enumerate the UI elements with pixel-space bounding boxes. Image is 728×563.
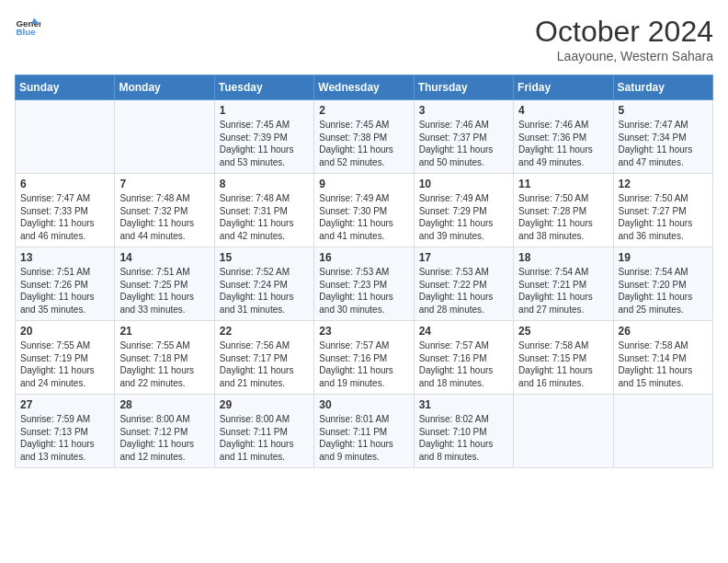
calendar-cell: 9Sunrise: 7:49 AM Sunset: 7:30 PM Daylig… [314,174,414,247]
day-detail-text: Sunrise: 8:00 AM Sunset: 7:12 PM Dayligh… [119,413,209,463]
day-detail-text: Sunrise: 7:54 AM Sunset: 7:20 PM Dayligh… [619,266,708,316]
day-number: 30 [319,398,408,411]
calendar-cell: 11Sunrise: 7:50 AM Sunset: 7:28 PM Dayli… [514,174,613,247]
day-number: 25 [518,325,608,338]
day-detail-text: Sunrise: 7:51 AM Sunset: 7:25 PM Dayligh… [119,266,209,316]
day-detail-text: Sunrise: 7:47 AM Sunset: 7:33 PM Dayligh… [20,192,109,242]
calendar-cell [613,395,712,468]
calendar-cell: 10Sunrise: 7:49 AM Sunset: 7:29 PM Dayli… [414,174,513,247]
day-detail-text: Sunrise: 7:45 AM Sunset: 7:39 PM Dayligh… [220,119,309,168]
day-number: 23 [319,325,408,338]
calendar-week-row: 1Sunrise: 7:45 AM Sunset: 7:39 PM Daylig… [16,100,713,174]
calendar-cell: 19Sunrise: 7:54 AM Sunset: 7:20 PM Dayli… [613,247,712,321]
calendar-cell: 12Sunrise: 7:50 AM Sunset: 7:27 PM Dayli… [613,174,712,247]
calendar-cell: 25Sunrise: 7:58 AM Sunset: 7:15 PM Dayli… [514,321,613,395]
calendar-cell: 23Sunrise: 7:57 AM Sunset: 7:16 PM Dayli… [314,321,414,395]
calendar-cell: 8Sunrise: 7:48 AM Sunset: 7:31 PM Daylig… [214,174,313,247]
calendar-cell: 28Sunrise: 8:00 AM Sunset: 7:12 PM Dayli… [115,395,214,468]
calendar-cell: 20Sunrise: 7:55 AM Sunset: 7:19 PM Dayli… [16,321,115,395]
day-header-friday: Friday [514,75,613,100]
day-detail-text: Sunrise: 7:56 AM Sunset: 7:17 PM Dayligh… [220,339,309,389]
calendar-cell: 14Sunrise: 7:51 AM Sunset: 7:25 PM Dayli… [115,247,214,321]
day-detail-text: Sunrise: 7:49 AM Sunset: 7:30 PM Dayligh… [319,192,408,242]
day-detail-text: Sunrise: 7:57 AM Sunset: 7:16 PM Dayligh… [319,339,408,389]
day-detail-text: Sunrise: 8:02 AM Sunset: 7:10 PM Dayligh… [419,413,508,463]
day-number: 8 [220,178,309,190]
day-header-tuesday: Tuesday [214,75,313,100]
day-detail-text: Sunrise: 7:48 AM Sunset: 7:31 PM Dayligh… [220,192,309,242]
calendar-week-row: 20Sunrise: 7:55 AM Sunset: 7:19 PM Dayli… [16,321,713,395]
day-number: 24 [419,325,508,338]
calendar-body: 1Sunrise: 7:45 AM Sunset: 7:39 PM Daylig… [16,100,713,468]
calendar-cell: 6Sunrise: 7:47 AM Sunset: 7:33 PM Daylig… [16,174,115,247]
day-detail-text: Sunrise: 8:00 AM Sunset: 7:11 PM Dayligh… [220,413,309,463]
day-number: 20 [20,325,109,338]
day-detail-text: Sunrise: 7:52 AM Sunset: 7:24 PM Dayligh… [220,266,309,316]
day-number: 17 [419,251,508,264]
day-number: 4 [518,104,608,117]
svg-text:Blue: Blue [16,27,36,37]
calendar-cell: 31Sunrise: 8:02 AM Sunset: 7:10 PM Dayli… [414,395,513,468]
day-number: 15 [220,251,309,264]
day-number: 19 [619,251,708,264]
day-header-saturday: Saturday [613,75,712,100]
day-number: 2 [319,104,408,117]
day-detail-text: Sunrise: 7:51 AM Sunset: 7:26 PM Dayligh… [20,266,109,316]
day-number: 11 [518,178,608,190]
calendar-cell: 4Sunrise: 7:46 AM Sunset: 7:36 PM Daylig… [514,100,613,174]
day-number: 29 [220,398,309,411]
day-detail-text: Sunrise: 7:57 AM Sunset: 7:16 PM Dayligh… [419,339,508,389]
day-detail-text: Sunrise: 7:58 AM Sunset: 7:14 PM Dayligh… [619,339,708,389]
day-number: 16 [319,251,408,264]
day-number: 18 [518,251,608,264]
day-header-sunday: Sunday [16,75,115,100]
day-number: 28 [119,398,209,411]
calendar-cell: 1Sunrise: 7:45 AM Sunset: 7:39 PM Daylig… [214,100,313,174]
day-detail-text: Sunrise: 7:58 AM Sunset: 7:15 PM Dayligh… [518,339,608,389]
calendar-cell: 17Sunrise: 7:53 AM Sunset: 7:22 PM Dayli… [414,247,513,321]
calendar-cell: 16Sunrise: 7:53 AM Sunset: 7:23 PM Dayli… [314,247,414,321]
day-number: 13 [20,251,109,264]
day-number: 5 [619,104,708,117]
day-detail-text: Sunrise: 7:53 AM Sunset: 7:23 PM Dayligh… [319,266,408,316]
day-detail-text: Sunrise: 7:53 AM Sunset: 7:22 PM Dayligh… [419,266,508,316]
day-detail-text: Sunrise: 7:47 AM Sunset: 7:34 PM Dayligh… [619,119,708,168]
calendar-cell: 24Sunrise: 7:57 AM Sunset: 7:16 PM Dayli… [414,321,513,395]
day-detail-text: Sunrise: 7:55 AM Sunset: 7:19 PM Dayligh… [20,339,109,389]
day-number: 12 [619,178,708,190]
day-header-wednesday: Wednesday [314,75,414,100]
calendar-cell: 30Sunrise: 8:01 AM Sunset: 7:11 PM Dayli… [314,395,414,468]
logo-icon: General Blue [15,15,40,40]
day-number: 6 [20,178,109,190]
title-block: October 2024 Laayoune, Western Sahara [535,15,713,63]
day-number: 7 [119,178,209,190]
day-detail-text: Sunrise: 7:50 AM Sunset: 7:28 PM Dayligh… [518,192,608,242]
calendar-cell [514,395,613,468]
calendar-cell: 26Sunrise: 7:58 AM Sunset: 7:14 PM Dayli… [613,321,712,395]
day-detail-text: Sunrise: 7:54 AM Sunset: 7:21 PM Dayligh… [518,266,608,316]
day-detail-text: Sunrise: 7:48 AM Sunset: 7:32 PM Dayligh… [119,192,209,242]
day-number: 10 [419,178,508,190]
day-detail-text: Sunrise: 7:49 AM Sunset: 7:29 PM Dayligh… [419,192,508,242]
calendar-week-row: 13Sunrise: 7:51 AM Sunset: 7:26 PM Dayli… [16,247,713,321]
logo: General Blue [15,15,40,40]
day-number: 26 [619,325,708,338]
day-number: 21 [119,325,209,338]
page-header: General Blue October 2024 Laayoune, West… [15,15,713,63]
day-number: 31 [419,398,508,411]
calendar-cell [115,100,214,174]
calendar-cell: 13Sunrise: 7:51 AM Sunset: 7:26 PM Dayli… [16,247,115,321]
calendar-week-row: 27Sunrise: 7:59 AM Sunset: 7:13 PM Dayli… [16,395,713,468]
calendar-cell: 29Sunrise: 8:00 AM Sunset: 7:11 PM Dayli… [214,395,313,468]
day-number: 14 [119,251,209,264]
day-detail-text: Sunrise: 8:01 AM Sunset: 7:11 PM Dayligh… [319,413,408,463]
calendar-table: SundayMondayTuesdayWednesdayThursdayFrid… [15,75,713,468]
day-detail-text: Sunrise: 7:46 AM Sunset: 7:37 PM Dayligh… [419,119,508,168]
calendar-cell: 18Sunrise: 7:54 AM Sunset: 7:21 PM Dayli… [514,247,613,321]
day-detail-text: Sunrise: 7:55 AM Sunset: 7:18 PM Dayligh… [119,339,209,389]
day-number: 1 [220,104,309,117]
day-detail-text: Sunrise: 7:46 AM Sunset: 7:36 PM Dayligh… [518,119,608,168]
calendar-header-row: SundayMondayTuesdayWednesdayThursdayFrid… [16,75,713,100]
day-detail-text: Sunrise: 7:50 AM Sunset: 7:27 PM Dayligh… [619,192,708,242]
calendar-cell: 2Sunrise: 7:45 AM Sunset: 7:38 PM Daylig… [314,100,414,174]
